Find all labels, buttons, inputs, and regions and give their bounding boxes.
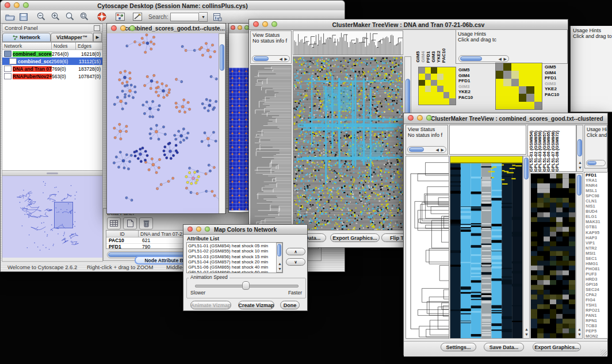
treeview2-collabel-scrollbar[interactable]: ▲▼ [576, 125, 583, 172]
gene-label[interactable]: YSH1 [586, 302, 607, 308]
column-label[interactable]: GIM5 [416, 51, 420, 63]
gene-label[interactable]: SPC98 [586, 193, 607, 198]
main-title-bar[interactable]: Cytoscape Desktop (Session Name: collins… [1, 1, 345, 11]
gene-label[interactable]: PFD1 [545, 75, 568, 81]
gene-label[interactable]: CPA2 [586, 292, 607, 297]
treeview1-column-dendrogram[interactable] [293, 30, 403, 55]
treeview2-title-bar[interactable]: ClusterMaker TreeView : combined_scores_… [404, 113, 607, 124]
close-button[interactable] [111, 25, 117, 31]
delete-attribute-icon[interactable] [139, 217, 153, 229]
network-list-row[interactable]: combined_scores2764(0)16218(0) [2, 50, 102, 58]
gene-label[interactable]: PFD1 [586, 173, 607, 178]
view-status-scrollbar[interactable]: ◀▶ [252, 55, 290, 62]
network-overview[interactable] [2, 176, 102, 258]
minimize-button[interactable] [120, 25, 126, 31]
gene-label[interactable]: SEC24 [586, 287, 607, 292]
gene-label[interactable]: HAP3 [586, 235, 607, 240]
gene-label[interactable]: PHO81 [586, 266, 607, 271]
panel-splitter[interactable] [2, 170, 102, 176]
save-data-button[interactable]: Save Data... [484, 343, 524, 351]
close-button[interactable] [188, 227, 193, 232]
usage-hints-scrollbar[interactable] [586, 160, 606, 166]
gene-label[interactable]: GIM3 [545, 81, 568, 87]
minimize-button[interactable] [14, 2, 20, 8]
gene-label[interactable]: GIM5 [458, 67, 483, 73]
gene-label[interactable]: HRD3 [586, 277, 607, 282]
zoom-button[interactable] [426, 115, 432, 121]
search-dropdown-button[interactable]: ▼ [199, 12, 208, 22]
data-column-id[interactable]: ID [106, 231, 139, 237]
gene-label[interactable]: MSL1 [586, 188, 607, 193]
network-window-title-bar[interactable]: combined_scores_good.txt--cluste... [107, 24, 225, 34]
column-label[interactable]: GIM3 [431, 51, 436, 63]
speed-slider-thumb[interactable] [242, 281, 250, 290]
gene-label[interactable]: RNR4 [586, 183, 607, 188]
gene-label[interactable]: YKE2 [545, 86, 568, 92]
column-header-edges[interactable]: Edges [76, 43, 102, 49]
network-canvas[interactable] [107, 33, 219, 213]
gene-label[interactable]: PAC10 [545, 92, 568, 98]
gene-label[interactable]: SEC1 [586, 256, 607, 261]
attribute-list-item[interactable]: GPL51-03 (GSM856) heat shock 15 min [188, 254, 276, 259]
gene-label[interactable]: PFD1 [458, 78, 483, 84]
network-create-icon[interactable] [114, 12, 127, 22]
zoom-button[interactable] [129, 25, 135, 31]
attribute-select-icon[interactable] [107, 217, 121, 229]
create-vizmap-button[interactable]: Create Vizmap [238, 301, 274, 309]
zoom-fit-icon[interactable] [63, 12, 76, 22]
minimize-button[interactable] [262, 21, 268, 27]
column-header-network[interactable]: Network [2, 43, 52, 49]
tab-overflow-button[interactable]: ▶ [93, 33, 102, 42]
usage-hints-scrollbar[interactable]: ◀▶ [458, 55, 509, 62]
column-label[interactable]: YKE2 [437, 51, 441, 63]
close-button[interactable] [253, 21, 259, 27]
network-vscrollbar[interactable] [219, 33, 225, 213]
zoom-button[interactable] [205, 227, 210, 232]
zoom-button[interactable] [271, 21, 277, 27]
gene-label[interactable]: ELG1 [586, 214, 607, 219]
attribute-list-scrollbar[interactable]: ▲▼ [276, 243, 282, 273]
close-button[interactable] [5, 2, 10, 8]
treeview2-vscrollbar[interactable]: ▲▼ [523, 156, 530, 339]
gene-label[interactable]: GIM4 [545, 70, 568, 76]
attribute-list-item[interactable]: GPL51-01 (GSM854) heat shock 05 min [188, 243, 276, 248]
gene-label[interactable]: FIG4 [586, 297, 607, 302]
attribute-list-item[interactable]: GPL51-06 (GSM865) heat shock 40 min [188, 265, 276, 270]
gene-label[interactable]: GIM5 [545, 64, 568, 70]
gene-label[interactable]: TCB3 [586, 323, 607, 328]
treeview1-global-matrix[interactable] [418, 67, 456, 105]
gene-label[interactable]: MON2 [586, 334, 607, 339]
treeview2-row-dendrogram[interactable] [406, 156, 449, 339]
move-up-button[interactable]: ∧ [286, 248, 305, 255]
settings-button[interactable]: Settings... [441, 343, 476, 351]
attribute-list-item[interactable]: GPL51-04 (GSM857) heat shock 20 min [188, 259, 276, 265]
gene-label[interactable]: NTR2 [586, 246, 607, 251]
minimize-button[interactable] [238, 25, 242, 30]
gene-label[interactable]: GIM3 [458, 84, 483, 90]
gene-label[interactable]: MSI1 [586, 251, 607, 256]
close-button[interactable] [408, 115, 414, 121]
gene-label[interactable]: PEP5 [586, 328, 607, 334]
column-label[interactable]: GIM4 [421, 51, 426, 63]
dense-network-thumbnail[interactable] [229, 68, 249, 210]
view-status-scrollbar[interactable]: ◀▶ [407, 146, 446, 153]
gene-label[interactable]: PAN1 [586, 313, 607, 318]
gene-label[interactable]: NIS1 [586, 204, 607, 209]
network-list-row[interactable]: DNA and Tran 07769(0)183728(0) [2, 65, 102, 72]
close-button[interactable] [231, 25, 235, 30]
table-chart-icon[interactable] [211, 12, 224, 22]
export-graphics-button[interactable]: Export Graphics... [330, 233, 380, 242]
help-lifering-icon[interactable] [95, 12, 108, 22]
treeview1-row-dendrogram[interactable] [250, 65, 292, 231]
zoom-region-icon[interactable] [78, 12, 90, 22]
tab-network[interactable]: Network [2, 33, 51, 42]
column-label[interactable]: PAC10 [442, 48, 446, 63]
gene-label[interactable]: PUF3 [586, 271, 607, 277]
tab-vizmapper[interactable]: VizMapper™ [51, 33, 93, 42]
network-list-row[interactable]: RNAPuberNov2+563(0)107847(0) [2, 72, 102, 80]
gene-label[interactable]: RPN1 [586, 318, 607, 323]
gene-label[interactable]: YKE2 [458, 89, 483, 95]
resize-grip[interactable] [600, 350, 607, 356]
gene-label[interactable]: HMG1 [586, 261, 607, 266]
treeview2-heatmap[interactable] [450, 156, 523, 339]
